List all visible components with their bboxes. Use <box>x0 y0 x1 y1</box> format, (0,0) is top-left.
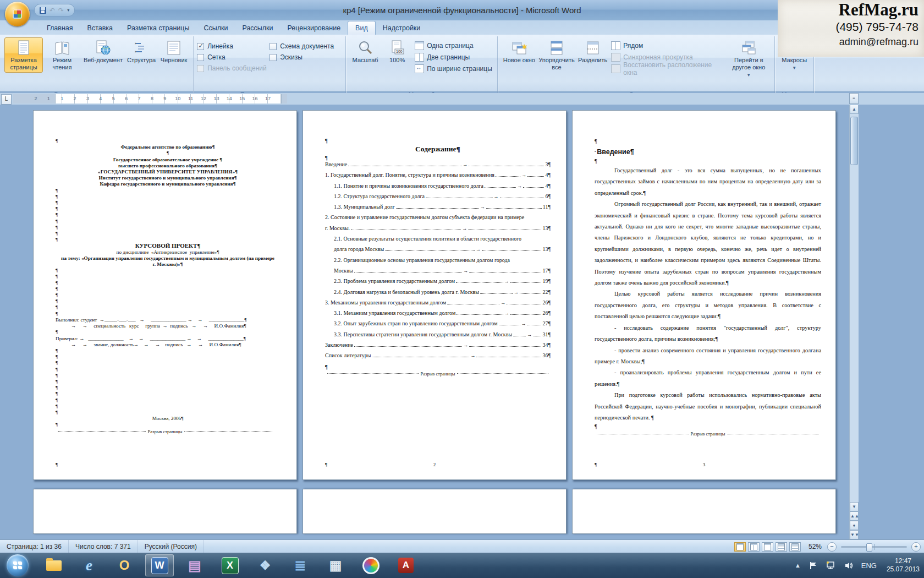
taskbar-explorer-icon[interactable] <box>40 554 68 576</box>
new-window-icon <box>510 39 528 57</box>
redo-icon[interactable]: ↷ <box>58 7 64 14</box>
doc-line: Москва, 2006¶ <box>56 416 280 422</box>
previous-page-button[interactable]: ▲▲ <box>850 511 859 521</box>
zoom-slider[interactable] <box>841 546 907 548</box>
status-language[interactable]: Русский (Россия) <box>138 540 204 553</box>
status-print-layout-button[interactable] <box>734 542 746 552</box>
taskbar-paint-icon[interactable] <box>356 554 385 576</box>
status-web-layout-button[interactable] <box>762 542 773 552</box>
qat-dropdown-icon[interactable]: ▾ <box>67 8 69 13</box>
toc-entry: Москвы→17¶ <box>325 268 551 278</box>
scroll-up-button[interactable]: ▲ <box>850 105 859 114</box>
page-2[interactable]: ¶ Содержание¶ ¶ Введение→3¶1. Государств… <box>302 110 566 480</box>
save-icon[interactable] <box>40 7 46 14</box>
vertical-scrollbar[interactable]: ▲ ▼ ▲▲ ● ▼▼ <box>849 105 859 539</box>
select-browse-object-button[interactable]: ● <box>850 521 859 530</box>
zoom-out-button[interactable]: − <box>827 542 837 552</box>
taskbar-app-blue-icon[interactable]: ❖ <box>251 554 279 576</box>
taskbar-excel-icon[interactable]: X <box>216 554 244 576</box>
page-3[interactable]: ¶ Введение¶ ¶ Государственный долг - это… <box>572 110 836 480</box>
toc-entry: 1.3. Муниципальный долг→11¶ <box>325 204 551 214</box>
zoom-level[interactable]: 52% <box>809 543 822 550</box>
taskbar-calculator-icon[interactable]: ▦ <box>321 554 350 576</box>
volume-icon[interactable] <box>844 561 854 570</box>
formatting-mark: ¶ <box>325 154 551 161</box>
tab-Рассылки[interactable]: Рассылки <box>235 21 280 35</box>
status-word-count[interactable]: Число слов: 7 371 <box>69 540 138 553</box>
page-1[interactable]: ¶Федеральное агентство по образованию¶¶Г… <box>33 110 297 480</box>
doc-line: ¶ <box>56 138 280 144</box>
tray-expand-icon[interactable]: ▲ <box>795 562 801 569</box>
web-layout-button[interactable]: Веб-документ <box>81 37 125 66</box>
doc-line: ¶ <box>56 188 280 194</box>
taskbar-servers-icon[interactable]: ≣ <box>286 554 315 576</box>
checkbox-icon <box>197 43 204 50</box>
print-layout-label: Разметка страницы <box>7 57 41 71</box>
taskbar-internet-explorer-icon[interactable]: e <box>75 554 103 576</box>
outline-mini-icon <box>778 543 785 550</box>
full-screen-reading-icon <box>53 39 71 57</box>
office-button[interactable] <box>5 2 30 26</box>
new-window-button[interactable]: Новое окно <box>501 37 537 66</box>
taskbar-word-icon[interactable]: W <box>145 554 174 576</box>
zoom-slider-thumb[interactable] <box>866 543 872 552</box>
ruler-number: 10 <box>172 94 184 103</box>
arrange-all-button[interactable]: Упорядочить все <box>537 37 576 73</box>
zoom-100-button[interactable]: 100 100% <box>381 37 413 66</box>
tab-Ссылки[interactable]: Ссылки <box>196 21 235 35</box>
tab-selector[interactable]: L <box>1 94 12 105</box>
page-width-button[interactable]: По ширине страницы <box>413 63 494 74</box>
action-center-flag-icon[interactable] <box>809 561 818 570</box>
tab-Вид[interactable]: Вид <box>348 21 376 35</box>
tab-Рецензирование[interactable]: Рецензирование <box>280 21 348 35</box>
start-button[interactable] <box>7 554 29 576</box>
status-page-indicator[interactable]: Страница: 1 из 36 <box>0 540 69 553</box>
split-button[interactable]: Разделить <box>576 37 609 66</box>
tab-Главная[interactable]: Главная <box>40 21 80 35</box>
language-indicator[interactable]: ENG <box>861 561 877 570</box>
taskbar-winrar-icon: ▤ <box>188 558 201 574</box>
page-5-top[interactable] <box>302 489 566 534</box>
page-break-marker: Разрыв страницы <box>56 428 274 435</box>
ruler-number: 15 <box>235 94 248 103</box>
ruler-number: 8 <box>146 94 158 103</box>
status-reading-button[interactable] <box>748 542 760 552</box>
print-layout-button[interactable]: Разметка страницы <box>4 37 43 73</box>
tab-Надстройки[interactable]: Надстройки <box>376 21 428 35</box>
tab-Вставка[interactable]: Вставка <box>80 21 120 35</box>
zoom-label: Масштаб <box>353 57 378 64</box>
taskbar-outlook-icon[interactable]: O <box>110 554 139 576</box>
thumbnails-checkbox[interactable]: Эскизы <box>270 52 342 63</box>
gridlines-checkbox[interactable]: Сетка <box>197 52 270 63</box>
scroll-down-button[interactable]: ▼ <box>850 502 859 511</box>
undo-icon[interactable]: ↶ <box>50 7 55 14</box>
ruler-checkbox[interactable]: Линейка <box>197 41 270 52</box>
view-side-by-side-button[interactable]: Рядом <box>609 40 726 51</box>
next-page-button[interactable]: ▼▼ <box>850 530 859 539</box>
full-screen-reading-button[interactable]: Режим чтения <box>43 37 81 73</box>
document-map-checkbox[interactable]: Схема документа <box>270 41 342 52</box>
zoom-100-icon: 100 <box>388 39 406 57</box>
network-icon[interactable] <box>826 561 836 570</box>
doc-line: Кафедра государственного и муниципальног… <box>56 181 280 187</box>
page-6-top[interactable] <box>572 489 836 534</box>
zoom-in-button[interactable]: + <box>911 542 921 552</box>
taskbar-clock[interactable]: 12:47 25.07.2013 <box>887 557 920 574</box>
taskbar-winrar-icon[interactable]: ▤ <box>180 554 209 576</box>
one-page-button[interactable]: Одна страница <box>413 40 494 51</box>
two-pages-icon <box>415 53 424 62</box>
switch-windows-button[interactable]: Перейти в другое окно ▼ <box>726 37 771 80</box>
tab-Разметка страницы[interactable]: Разметка страницы <box>120 21 196 35</box>
zoom-icon <box>356 39 374 57</box>
outline-view-button[interactable]: Структура <box>125 37 158 66</box>
scrollbar-thumb[interactable] <box>850 117 858 165</box>
page-4-top[interactable] <box>33 489 297 534</box>
view-ruler-toggle-button[interactable]: ≡ <box>849 93 859 104</box>
zoom-button[interactable]: Масштаб <box>349 37 381 66</box>
draft-view-button[interactable]: Черновик <box>158 37 190 66</box>
two-pages-button[interactable]: Две страницы <box>413 51 494 63</box>
status-draft-button[interactable] <box>789 542 801 552</box>
taskbar-adobe-reader-icon[interactable]: A <box>392 554 420 576</box>
status-outline-button[interactable] <box>776 542 787 552</box>
doc-line: ¶ <box>56 379 280 385</box>
